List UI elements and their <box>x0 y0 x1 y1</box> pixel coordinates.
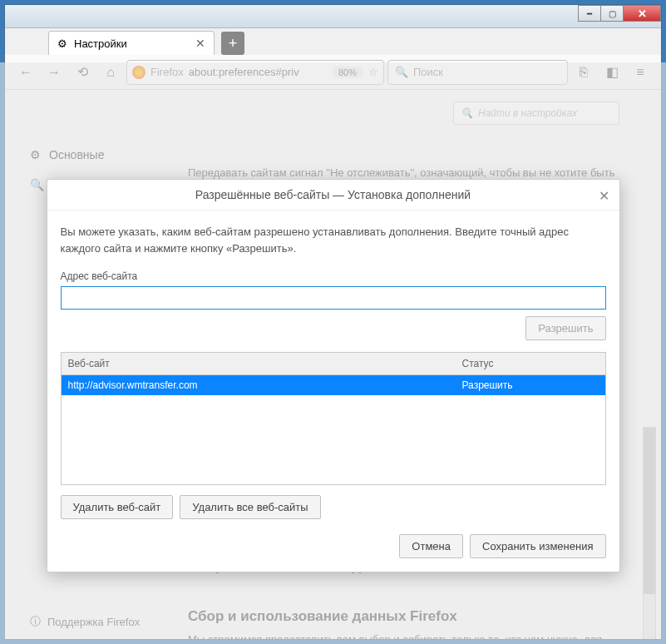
dialog-title: Разрешённые веб-сайты — Установка дополн… <box>47 180 619 211</box>
window-close-button[interactable]: ✕ <box>623 5 661 22</box>
remove-all-sites-button[interactable]: Удалить все веб-сайты <box>180 495 320 519</box>
cancel-button[interactable]: Отмена <box>399 534 463 558</box>
dialog-close-button[interactable]: ✕ <box>599 188 609 204</box>
tab-title: Настройки <box>74 37 127 50</box>
titlebar: ━ ▢ ✕ <box>5 5 661 28</box>
minimize-button[interactable]: ━ <box>578 5 601 22</box>
allowed-sites-dialog: Разрешённые веб-сайты — Установка дополн… <box>47 179 620 572</box>
tab-strip: ⚙ Настройки ✕ + <box>5 28 661 55</box>
column-site[interactable]: Веб-сайт <box>62 353 456 374</box>
dialog-description: Вы можете указать, каким веб-сайтам разр… <box>61 224 606 256</box>
cell-status: Разрешить <box>456 375 605 395</box>
table-row[interactable]: http://advisor.wmtransfer.com Разрешить <box>62 375 605 395</box>
tab-close-icon[interactable]: ✕ <box>195 37 205 50</box>
modal-overlay: Разрешённые веб-сайты — Установка дополн… <box>0 62 666 644</box>
tab-settings[interactable]: ⚙ Настройки ✕ <box>48 31 215 55</box>
allow-button[interactable]: Разрешить <box>525 316 605 340</box>
address-label: Адрес веб-сайта <box>61 270 138 282</box>
new-tab-button[interactable]: + <box>221 32 244 55</box>
gear-icon: ⚙ <box>57 37 67 50</box>
column-status[interactable]: Статус <box>456 353 605 374</box>
sites-table: Веб-сайт Статус http://advisor.wmtransfe… <box>61 352 606 485</box>
save-button[interactable]: Сохранить изменения <box>470 534 606 558</box>
remove-site-button[interactable]: Удалить веб-сайт <box>61 495 174 519</box>
cell-site: http://advisor.wmtransfer.com <box>62 375 456 395</box>
address-input[interactable] <box>61 286 606 310</box>
maximize-button[interactable]: ▢ <box>600 5 624 22</box>
dialog-title-text: Разрешённые веб-сайты — Установка дополн… <box>195 188 471 201</box>
